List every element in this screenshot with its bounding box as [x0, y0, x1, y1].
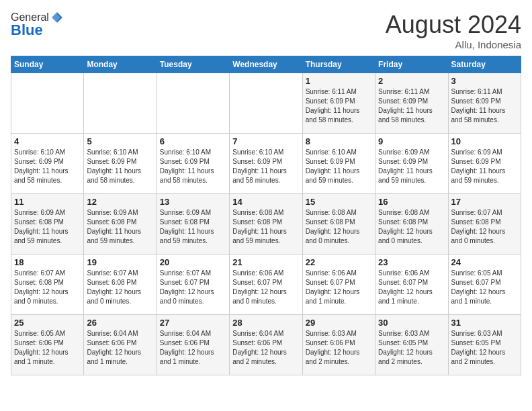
calendar-cell: 14Sunrise: 6:08 AM Sunset: 6:08 PM Dayli… — [230, 194, 302, 255]
day-number: 1 — [306, 76, 372, 86]
day-info: Sunrise: 6:11 AM Sunset: 6:09 PM Dayligh… — [451, 87, 518, 125]
calendar-week-row: 1Sunrise: 6:11 AM Sunset: 6:09 PM Daylig… — [11, 73, 521, 134]
day-info: Sunrise: 6:06 AM Sunset: 6:07 PM Dayligh… — [306, 269, 372, 306]
calendar-cell: 21Sunrise: 6:06 AM Sunset: 6:07 PM Dayli… — [230, 255, 302, 315]
day-number: 31 — [451, 318, 518, 328]
calendar-cell — [230, 73, 302, 134]
logo-blue-text: Blue — [11, 21, 43, 39]
day-number: 9 — [378, 136, 445, 146]
day-number: 18 — [14, 257, 81, 267]
day-number: 10 — [451, 136, 518, 146]
day-number: 12 — [87, 197, 153, 207]
calendar-cell: 27Sunrise: 6:04 AM Sunset: 6:06 PM Dayli… — [157, 315, 229, 375]
day-number: 27 — [160, 318, 226, 328]
day-number: 19 — [87, 257, 153, 267]
calendar-cell: 6Sunrise: 6:10 AM Sunset: 6:09 PM Daylig… — [157, 134, 229, 194]
calendar-cell: 30Sunrise: 6:03 AM Sunset: 6:05 PM Dayli… — [375, 315, 448, 375]
calendar-cell: 28Sunrise: 6:04 AM Sunset: 6:06 PM Dayli… — [230, 315, 302, 375]
calendar-cell: 17Sunrise: 6:07 AM Sunset: 6:08 PM Dayli… — [448, 194, 521, 255]
calendar-cell: 13Sunrise: 6:09 AM Sunset: 6:08 PM Dayli… — [157, 194, 229, 255]
day-number: 25 — [14, 318, 81, 328]
day-info: Sunrise: 6:11 AM Sunset: 6:09 PM Dayligh… — [378, 87, 445, 125]
weekday-header-friday: Friday — [375, 56, 448, 73]
weekday-header-row: SundayMondayTuesdayWednesdayThursdayFrid… — [11, 56, 521, 73]
calendar-cell: 3Sunrise: 6:11 AM Sunset: 6:09 PM Daylig… — [448, 73, 521, 134]
day-number: 5 — [87, 136, 153, 146]
day-info: Sunrise: 6:03 AM Sunset: 6:06 PM Dayligh… — [306, 329, 372, 367]
weekday-header-monday: Monday — [84, 56, 157, 73]
calendar-cell: 25Sunrise: 6:05 AM Sunset: 6:06 PM Dayli… — [11, 315, 84, 375]
day-info: Sunrise: 6:07 AM Sunset: 6:08 PM Dayligh… — [87, 269, 153, 306]
day-number: 16 — [378, 197, 445, 207]
day-info: Sunrise: 6:05 AM Sunset: 6:06 PM Dayligh… — [14, 329, 81, 367]
day-info: Sunrise: 6:10 AM Sunset: 6:09 PM Dayligh… — [232, 148, 299, 185]
calendar-week-row: 25Sunrise: 6:05 AM Sunset: 6:06 PM Dayli… — [11, 315, 521, 375]
day-info: Sunrise: 6:10 AM Sunset: 6:09 PM Dayligh… — [14, 148, 81, 185]
day-number: 28 — [232, 318, 299, 328]
day-info: Sunrise: 6:04 AM Sunset: 6:06 PM Dayligh… — [160, 329, 226, 367]
calendar-week-row: 18Sunrise: 6:07 AM Sunset: 6:08 PM Dayli… — [11, 255, 521, 315]
day-number: 2 — [378, 76, 445, 86]
day-info: Sunrise: 6:06 AM Sunset: 6:07 PM Dayligh… — [232, 269, 299, 306]
day-number: 11 — [14, 197, 81, 207]
weekday-header-thursday: Thursday — [302, 56, 375, 73]
weekday-header-saturday: Saturday — [448, 56, 521, 73]
day-info: Sunrise: 6:07 AM Sunset: 6:07 PM Dayligh… — [160, 269, 226, 306]
day-info: Sunrise: 6:07 AM Sunset: 6:08 PM Dayligh… — [14, 269, 81, 306]
weekday-header-wednesday: Wednesday — [230, 56, 302, 73]
day-number: 3 — [451, 76, 518, 86]
calendar-cell: 31Sunrise: 6:03 AM Sunset: 6:05 PM Dayli… — [448, 315, 521, 375]
day-info: Sunrise: 6:08 AM Sunset: 6:08 PM Dayligh… — [378, 208, 445, 246]
calendar-cell: 26Sunrise: 6:04 AM Sunset: 6:06 PM Dayli… — [84, 315, 157, 375]
calendar-cell: 22Sunrise: 6:06 AM Sunset: 6:07 PM Dayli… — [302, 255, 375, 315]
day-number: 22 — [306, 257, 372, 267]
day-number: 29 — [306, 318, 372, 328]
logo: General Blue — [11, 11, 64, 39]
calendar-cell — [11, 73, 84, 134]
day-info: Sunrise: 6:05 AM Sunset: 6:07 PM Dayligh… — [451, 269, 518, 306]
day-info: Sunrise: 6:09 AM Sunset: 6:08 PM Dayligh… — [87, 208, 153, 246]
day-number: 20 — [160, 257, 226, 267]
day-number: 14 — [232, 197, 299, 207]
weekday-header-tuesday: Tuesday — [157, 56, 229, 73]
day-info: Sunrise: 6:11 AM Sunset: 6:09 PM Dayligh… — [306, 87, 372, 125]
location-label: Allu, Indonesia — [386, 39, 521, 50]
calendar-cell — [157, 73, 229, 134]
day-info: Sunrise: 6:10 AM Sunset: 6:09 PM Dayligh… — [160, 148, 226, 185]
calendar-cell: 16Sunrise: 6:08 AM Sunset: 6:08 PM Dayli… — [375, 194, 448, 255]
weekday-header-sunday: Sunday — [11, 56, 84, 73]
calendar-cell: 2Sunrise: 6:11 AM Sunset: 6:09 PM Daylig… — [375, 73, 448, 134]
day-info: Sunrise: 6:09 AM Sunset: 6:08 PM Dayligh… — [14, 208, 81, 246]
day-info: Sunrise: 6:09 AM Sunset: 6:09 PM Dayligh… — [451, 148, 518, 185]
calendar-cell: 29Sunrise: 6:03 AM Sunset: 6:06 PM Dayli… — [302, 315, 375, 375]
day-number: 30 — [378, 318, 445, 328]
day-number: 6 — [160, 136, 226, 146]
day-number: 8 — [306, 136, 372, 146]
day-number: 4 — [14, 136, 81, 146]
day-number: 21 — [232, 257, 299, 267]
calendar-cell: 18Sunrise: 6:07 AM Sunset: 6:08 PM Dayli… — [11, 255, 84, 315]
calendar-cell: 4Sunrise: 6:10 AM Sunset: 6:09 PM Daylig… — [11, 134, 84, 194]
calendar-cell: 23Sunrise: 6:06 AM Sunset: 6:07 PM Dayli… — [375, 255, 448, 315]
calendar-cell: 5Sunrise: 6:10 AM Sunset: 6:09 PM Daylig… — [84, 134, 157, 194]
day-info: Sunrise: 6:06 AM Sunset: 6:07 PM Dayligh… — [378, 269, 445, 306]
day-info: Sunrise: 6:04 AM Sunset: 6:06 PM Dayligh… — [232, 329, 299, 367]
calendar-cell: 19Sunrise: 6:07 AM Sunset: 6:08 PM Dayli… — [84, 255, 157, 315]
calendar-cell: 8Sunrise: 6:10 AM Sunset: 6:09 PM Daylig… — [302, 134, 375, 194]
day-number: 7 — [232, 136, 299, 146]
day-info: Sunrise: 6:09 AM Sunset: 6:09 PM Dayligh… — [378, 148, 445, 185]
day-info: Sunrise: 6:03 AM Sunset: 6:05 PM Dayligh… — [378, 329, 445, 367]
day-info: Sunrise: 6:03 AM Sunset: 6:05 PM Dayligh… — [451, 329, 518, 367]
day-info: Sunrise: 6:10 AM Sunset: 6:09 PM Dayligh… — [306, 148, 372, 185]
calendar-cell: 20Sunrise: 6:07 AM Sunset: 6:07 PM Dayli… — [157, 255, 229, 315]
day-info: Sunrise: 6:08 AM Sunset: 6:08 PM Dayligh… — [232, 208, 299, 246]
calendar-cell: 10Sunrise: 6:09 AM Sunset: 6:09 PM Dayli… — [448, 134, 521, 194]
day-number: 24 — [451, 257, 518, 267]
day-number: 23 — [378, 257, 445, 267]
page-header: General Blue August 2024 Allu, Indonesia — [11, 11, 521, 50]
logo-icon — [50, 11, 64, 24]
day-info: Sunrise: 6:07 AM Sunset: 6:08 PM Dayligh… — [451, 208, 518, 246]
calendar-cell: 1Sunrise: 6:11 AM Sunset: 6:09 PM Daylig… — [302, 73, 375, 134]
day-info: Sunrise: 6:08 AM Sunset: 6:08 PM Dayligh… — [306, 208, 372, 246]
day-number: 17 — [451, 197, 518, 207]
